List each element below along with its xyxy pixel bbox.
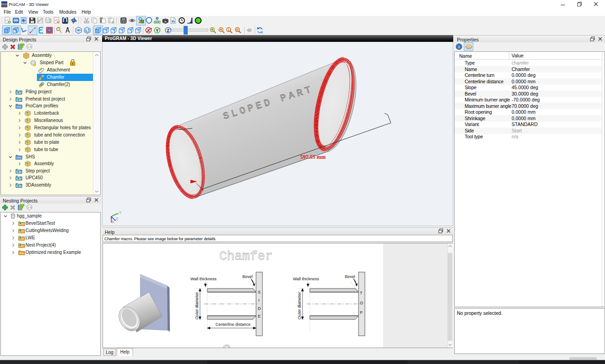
svg-text:S: S bbox=[258, 290, 261, 294]
svg-text:Z: Z bbox=[167, 28, 169, 33]
svg-text:1-9: 1-9 bbox=[27, 206, 31, 209]
svg-text:Z: Z bbox=[116, 217, 118, 221]
svg-text:X: X bbox=[112, 220, 114, 224]
svg-text:597.55 mm: 597.55 mm bbox=[300, 154, 326, 160]
svg-text:1: 1 bbox=[228, 28, 230, 31]
svg-text:Wall thickness: Wall thickness bbox=[190, 277, 217, 281]
svg-text:Y: Y bbox=[156, 28, 159, 33]
svg-text:R: R bbox=[236, 28, 238, 31]
svg-text:1-9: 1-9 bbox=[27, 46, 31, 48]
svg-text:I: I bbox=[258, 298, 260, 303]
svg-text:Outer diameter: Outer diameter bbox=[297, 292, 302, 319]
svg-text:Outer diameter: Outer diameter bbox=[195, 292, 199, 319]
svg-text:C: C bbox=[222, 343, 231, 348]
svg-text:E: E bbox=[258, 314, 261, 318]
svg-text:Chamfer: Chamfer bbox=[219, 249, 273, 263]
svg-text:Centerline distance: Centerline distance bbox=[215, 322, 251, 327]
svg-text:T: T bbox=[360, 291, 363, 295]
svg-text:D: D bbox=[258, 306, 261, 311]
svg-text:Wall thickness: Wall thickness bbox=[293, 277, 319, 281]
svg-text:Y: Y bbox=[119, 210, 122, 215]
svg-text:Bevel: Bevel bbox=[242, 274, 253, 279]
svg-text:P: P bbox=[360, 310, 363, 315]
svg-text:Bevel: Bevel bbox=[345, 274, 355, 279]
svg-text:HGG: HGG bbox=[1, 3, 7, 5]
svg-text:O: O bbox=[360, 301, 363, 305]
